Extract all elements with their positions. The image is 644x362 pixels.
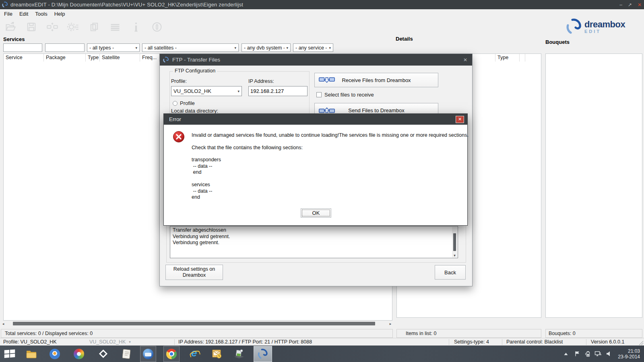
chevron-down-icon: ▾ [129, 340, 131, 344]
menu-tools[interactable]: Tools [33, 10, 52, 18]
taskbar-clock[interactable]: 21:03 23-9-2014 [618, 348, 640, 360]
col-package[interactable]: Package [44, 54, 86, 62]
details-status: Items in list: 0 [396, 329, 541, 338]
vscroll-thumb[interactable] [453, 233, 456, 251]
log-line: Transfer abgeschlossen [173, 227, 455, 234]
back-button[interactable]: Back [435, 265, 466, 280]
menu-edit[interactable]: Edit [17, 10, 33, 18]
bouquets-label: Bouquets [545, 39, 570, 45]
taskbar-icon-chrome[interactable] [163, 346, 180, 362]
hscroll-thumb[interactable] [13, 322, 375, 325]
ftp-dialog-close-icon[interactable]: ✕ [463, 57, 467, 63]
battery-icon[interactable] [583, 346, 592, 362]
taskbar-icon-dreamboxedit[interactable] [254, 346, 272, 362]
section-line: -- data -- [192, 163, 221, 170]
error-close-icon[interactable]: ✕ [456, 116, 464, 123]
separator [586, 339, 586, 345]
col-service[interactable]: Service [4, 54, 44, 62]
menu-help[interactable]: Help [52, 10, 70, 18]
dvb-system-dropdown[interactable]: - any dvb system - ▾ [242, 43, 291, 52]
ftp-dialog-titlebar[interactable]: FTP - Transfer Files ✕ [160, 54, 472, 66]
scroll-left-icon[interactable]: ◂ [1, 321, 6, 326]
details-col-b[interactable] [525, 54, 541, 62]
ftp-profile-value: VU_SOLO2_HK [173, 88, 236, 94]
start-button[interactable] [2, 346, 18, 362]
settings-icon[interactable] [67, 21, 80, 33]
logo-text: dreambox [584, 20, 625, 29]
menu-file[interactable]: File [2, 10, 17, 18]
profile-combobox[interactable]: VU_SOLO2_HK ▾ [89, 339, 172, 345]
taskbar: e 21:03 23-9-2014 [0, 346, 644, 362]
send-files-icon [319, 106, 335, 114]
types-dropdown-value: - all types - [89, 45, 134, 51]
col-type[interactable]: Type [86, 54, 100, 62]
ip-address-input[interactable] [248, 86, 308, 96]
bouquets-status: Bouquets: 0 [545, 329, 642, 338]
service-filter-input[interactable] [3, 43, 42, 52]
error-dialog: Error ✕ Invalid or damaged services file… [163, 113, 468, 226]
volume-icon[interactable] [604, 346, 613, 362]
package-filter-input[interactable] [45, 43, 85, 52]
open-file-icon[interactable] [4, 21, 17, 33]
services-status: Total services: 0 / Displayed services: … [1, 329, 393, 338]
error-icon [173, 131, 185, 143]
services-label: Services [3, 36, 25, 42]
select-files-checkbox[interactable] [316, 92, 322, 97]
details-col-a[interactable] [520, 54, 525, 62]
taskbar-icon-notes[interactable] [118, 346, 134, 362]
app-window: dreamboxEDIT - D:\Mijn Documenten\Patche… [0, 0, 644, 362]
taskbar-icon-media-player[interactable] [71, 346, 87, 362]
scroll-right-icon[interactable]: ▸ [388, 321, 393, 326]
reload-settings-button[interactable]: Reload settings on Dreambox [165, 265, 223, 280]
section-line [192, 176, 221, 182]
error-dialog-titlebar[interactable]: Error ✕ [164, 114, 467, 125]
tray-time: 21:03 [618, 348, 640, 354]
taskbar-icon-sdk-tool[interactable] [95, 346, 111, 362]
col-satellite[interactable]: Satellite [100, 54, 140, 62]
taskbar-icon-media-center[interactable] [47, 346, 63, 362]
scroll-down-icon[interactable]: ▾ [452, 253, 457, 257]
save-icon[interactable] [25, 21, 38, 33]
log-vscrollbar[interactable]: ▾ [452, 227, 457, 257]
title-bar[interactable]: dreamboxEDIT - D:\Mijn Documenten\Patche… [0, 0, 644, 9]
separator [174, 339, 175, 345]
network-icon[interactable] [594, 346, 603, 362]
col-freq[interactable]: Freq... [140, 54, 159, 62]
taskbar-icon-thunderbird[interactable] [140, 346, 156, 362]
ftp-transfer-icon[interactable] [46, 21, 59, 33]
action-center-flag-icon[interactable] [573, 346, 582, 362]
taskbar-icon-publisher-tool[interactable] [231, 346, 247, 362]
types-dropdown[interactable]: - all types - ▾ [87, 43, 140, 52]
minimize-button[interactable]: – [619, 2, 622, 8]
chevron-down-icon: ▾ [329, 46, 331, 50]
maximize-button[interactable]: ↗ [628, 2, 632, 8]
transfer-log[interactable]: Transfer abgeschlossen Verbindung wird g… [170, 226, 458, 258]
error-message: Invalid or damaged services file found, … [192, 132, 461, 139]
ftp-profile-dropdown[interactable]: VU_SOLO2_HK ▾ [171, 86, 242, 96]
ok-button[interactable]: OK [301, 208, 331, 218]
taskbar-icon-file-explorer[interactable] [23, 346, 39, 362]
copy-icon[interactable] [88, 21, 101, 33]
error-check-text: Check that the file contains the followi… [192, 145, 303, 151]
error-sections: transponders -- data -- end services -- … [192, 157, 221, 201]
taskbar-icon-internet-explorer[interactable]: e [187, 346, 203, 362]
close-button[interactable]: ✕ [638, 2, 642, 8]
info-icon[interactable] [130, 21, 142, 33]
local-data-directory-label: Local data directory: [171, 108, 218, 114]
satellites-dropdown[interactable]: - all satellites - ▾ [142, 43, 239, 52]
window-title: dreamboxEDIT - D:\Mijn Documenten\Patche… [10, 2, 243, 8]
taskbar-icon-outlook[interactable] [208, 346, 225, 362]
receive-files-button[interactable]: Receive Files from Dreambox [314, 73, 438, 87]
show-hidden-icons[interactable] [561, 346, 570, 362]
services-hscrollbar[interactable]: ◂ ▸ [1, 321, 393, 326]
resize-grip[interactable] [638, 340, 644, 346]
tray-date: 23-9-2014 [618, 354, 640, 360]
bouquets-list[interactable] [545, 53, 642, 318]
statusbar-version: Version 6.0.0.1 [591, 339, 624, 345]
about-icon[interactable] [151, 21, 163, 33]
profile-radio[interactable] [173, 101, 178, 106]
service-type-dropdown[interactable]: - any service - ▾ [293, 43, 333, 52]
log-line: Verbindung getrennt. [173, 240, 455, 246]
service-list-icon[interactable] [109, 21, 122, 33]
details-col-type[interactable]: Type [495, 54, 520, 62]
